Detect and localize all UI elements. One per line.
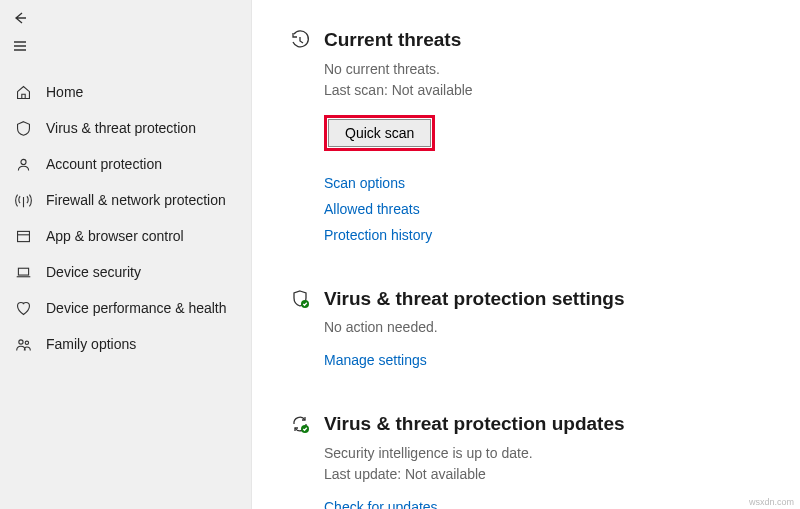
laptop-icon	[14, 263, 32, 281]
svg-point-4	[25, 341, 28, 344]
check-updates-link[interactable]: Check for updates	[324, 499, 762, 509]
sidebar-item-label: App & browser control	[46, 228, 184, 244]
quick-scan-highlight: Quick scan	[324, 115, 435, 151]
sidebar-item-label: Device performance & health	[46, 300, 227, 316]
home-icon	[14, 83, 32, 101]
updates-last-update-text: Last update: Not available	[324, 464, 762, 485]
refresh-icon	[290, 414, 310, 434]
sidebar-item-home[interactable]: Home	[0, 74, 251, 110]
sidebar-item-virus-threat[interactable]: Virus & threat protection	[0, 110, 251, 146]
sidebar-item-account[interactable]: Account protection	[0, 146, 251, 182]
sidebar-item-label: Virus & threat protection	[46, 120, 196, 136]
allowed-threats-link[interactable]: Allowed threats	[324, 201, 762, 217]
settings-status-text: No action needed.	[324, 317, 762, 338]
hamburger-icon	[12, 38, 28, 54]
sidebar: Home Virus & threat protection Account p…	[0, 0, 252, 509]
svg-rect-1	[17, 231, 29, 241]
antenna-icon	[14, 191, 32, 209]
sidebar-item-device-security[interactable]: Device security	[0, 254, 251, 290]
protection-updates-section: Virus & threat protection updates Securi…	[290, 412, 762, 509]
current-threats-title: Current threats	[324, 28, 762, 53]
manage-settings-link[interactable]: Manage settings	[324, 352, 762, 368]
watermark-text: wsxdn.com	[749, 497, 794, 507]
protection-updates-title: Virus & threat protection updates	[324, 412, 762, 437]
window-icon	[14, 227, 32, 245]
nav-list: Home Virus & threat protection Account p…	[0, 74, 251, 362]
protection-history-link[interactable]: Protection history	[324, 227, 762, 243]
arrow-left-icon	[12, 10, 28, 26]
protection-settings-title: Virus & threat protection settings	[324, 287, 762, 312]
protection-settings-section: Virus & threat protection settings No ac…	[290, 287, 762, 369]
sidebar-item-firewall[interactable]: Firewall & network protection	[0, 182, 251, 218]
sidebar-item-label: Family options	[46, 336, 136, 352]
svg-rect-2	[18, 268, 28, 275]
quick-scan-button[interactable]: Quick scan	[328, 119, 431, 147]
svg-point-3	[18, 339, 22, 343]
updates-status-text: Security intelligence is up to date.	[324, 443, 762, 464]
back-button[interactable]	[0, 4, 40, 32]
heart-icon	[14, 299, 32, 317]
shield-check-icon	[290, 289, 310, 309]
threats-status-text: No current threats.	[324, 59, 762, 80]
main-content: Current threats No current threats. Last…	[252, 0, 800, 509]
current-threats-section: Current threats No current threats. Last…	[290, 28, 762, 243]
sidebar-item-label: Firewall & network protection	[46, 192, 226, 208]
sidebar-item-label: Device security	[46, 264, 141, 280]
shield-icon	[14, 119, 32, 137]
svg-point-0	[20, 159, 25, 164]
threats-last-scan-text: Last scan: Not available	[324, 80, 762, 101]
sidebar-item-family[interactable]: Family options	[0, 326, 251, 362]
clock-scan-icon	[290, 30, 310, 50]
sidebar-item-label: Account protection	[46, 156, 162, 172]
menu-button[interactable]	[0, 32, 40, 60]
people-icon	[14, 335, 32, 353]
sidebar-item-app-browser[interactable]: App & browser control	[0, 218, 251, 254]
sidebar-item-device-health[interactable]: Device performance & health	[0, 290, 251, 326]
scan-options-link[interactable]: Scan options	[324, 175, 762, 191]
sidebar-item-label: Home	[46, 84, 83, 100]
person-icon	[14, 155, 32, 173]
